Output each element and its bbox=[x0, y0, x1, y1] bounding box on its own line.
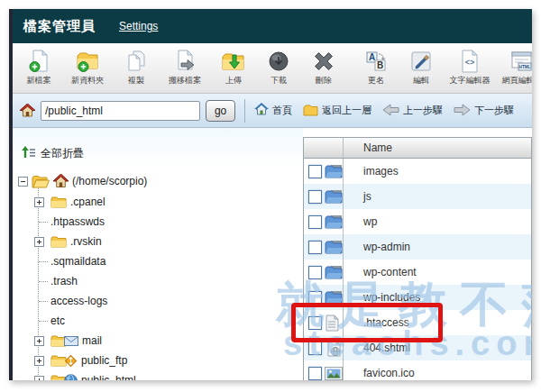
file-name[interactable]: js bbox=[344, 190, 531, 203]
svg-text:<>: <> bbox=[465, 58, 475, 67]
row-checkbox[interactable] bbox=[308, 266, 322, 279]
new-folder-button[interactable]: 新資料夾 bbox=[61, 46, 114, 91]
tree-connector bbox=[39, 301, 48, 302]
tree-item-public-ftp[interactable]: public_ftp bbox=[34, 351, 303, 370]
tree-item-access-logs[interactable]: access-logs bbox=[34, 291, 303, 311]
file-row-404-shtml[interactable]: 404.shtml bbox=[304, 335, 531, 360]
expand-plus-icon[interactable] bbox=[34, 376, 44, 380]
toolbar-label: 網頁編輯器 bbox=[502, 75, 533, 87]
edit-button[interactable]: 編輯 bbox=[399, 46, 444, 91]
file-name[interactable]: images bbox=[344, 165, 531, 178]
tree-item-mail[interactable]: mail bbox=[34, 331, 303, 351]
folder-icon bbox=[325, 214, 344, 229]
toolbar-label: 新資料夾 bbox=[71, 75, 104, 87]
expand-plus-icon[interactable] bbox=[34, 237, 44, 247]
expand-plus-icon[interactable] bbox=[34, 336, 44, 346]
file-name[interactable]: favicon.ico bbox=[344, 367, 531, 379]
file-name[interactable]: wp-includes bbox=[344, 291, 531, 304]
file-row-wp-admin[interactable]: wp-admin bbox=[304, 234, 531, 260]
file-row-htaccess[interactable]: .htaccess bbox=[304, 310, 531, 335]
tree-item-label: mail bbox=[82, 334, 102, 347]
upload-button[interactable]: 上傳 bbox=[211, 46, 256, 91]
forward-arrow-icon bbox=[454, 104, 471, 118]
row-checkbox[interactable] bbox=[308, 291, 322, 305]
rename-icon: AB bbox=[364, 50, 388, 73]
html-editor-button[interactable]: HTML 網頁編輯器 bbox=[496, 46, 532, 91]
file-row-wp[interactable]: wp bbox=[304, 209, 531, 234]
file-name[interactable]: .htaccess bbox=[344, 316, 531, 329]
delete-button[interactable]: 刪除 bbox=[301, 46, 346, 91]
folder-icon bbox=[325, 164, 344, 178]
mail-icon bbox=[64, 336, 78, 346]
code-editor-button[interactable]: <> 文字編輯器 bbox=[444, 46, 496, 91]
nav-home-label: 首頁 bbox=[272, 104, 292, 117]
file-row-js[interactable]: js bbox=[304, 184, 531, 209]
tree-root-home[interactable]: (/home/scorpio) bbox=[18, 170, 303, 192]
settings-link[interactable]: Settings bbox=[119, 20, 158, 32]
tree-connector bbox=[39, 281, 48, 282]
new-file-button[interactable]: 新檔案 bbox=[16, 46, 61, 91]
nav-home[interactable]: 首頁 bbox=[254, 103, 292, 118]
toolbar-label: 文字編輯器 bbox=[450, 75, 491, 87]
path-input[interactable] bbox=[41, 101, 200, 121]
file-name[interactable]: wp bbox=[344, 215, 531, 228]
go-button[interactable]: go bbox=[206, 100, 235, 122]
tree-item-trash[interactable]: .trash bbox=[34, 271, 303, 291]
tree-item-label: .rvskin bbox=[70, 235, 102, 248]
nav-up-level[interactable]: 返回上一層 bbox=[303, 104, 371, 118]
collapse-all-button[interactable]: 全部折疊 bbox=[22, 146, 303, 161]
file-row-wp-includes[interactable]: wp-includes bbox=[304, 285, 531, 310]
row-checkbox[interactable] bbox=[308, 165, 322, 178]
nav-forward-label: 下一步驟 bbox=[474, 104, 514, 117]
nav-back-label: 上一步驟 bbox=[403, 104, 443, 117]
tree-item-label: .cpanel bbox=[70, 196, 105, 208]
folder-icon bbox=[325, 189, 344, 204]
row-checkbox[interactable] bbox=[308, 316, 322, 330]
row-checkbox[interactable] bbox=[308, 367, 322, 380]
row-checkbox[interactable] bbox=[308, 241, 322, 254]
tree-item-etc[interactable]: etc bbox=[34, 311, 303, 331]
home-icon bbox=[20, 104, 35, 118]
back-arrow-icon bbox=[382, 104, 399, 118]
copy-button[interactable]: 複製 bbox=[114, 46, 159, 91]
download-button[interactable]: 下載 bbox=[256, 46, 301, 91]
collapse-all-icon bbox=[22, 146, 35, 161]
row-checkbox[interactable] bbox=[308, 215, 322, 229]
collapse-all-label: 全部折疊 bbox=[41, 146, 84, 161]
new-folder-icon bbox=[76, 50, 99, 73]
tree-item-rvskin[interactable]: .rvskin bbox=[34, 232, 303, 251]
file-name[interactable]: wp-content bbox=[344, 266, 531, 278]
expand-plus-icon[interactable] bbox=[34, 356, 44, 366]
tree-item-htpasswds[interactable]: .htpasswds bbox=[34, 212, 303, 232]
directory-tree-panel: 全部折疊 (/home/scorpio) .cpanel bbox=[13, 128, 303, 380]
file-row-wp-content[interactable]: wp-content bbox=[304, 260, 531, 285]
ftp-icon bbox=[64, 354, 78, 368]
html-editor-icon: HTML bbox=[510, 50, 532, 73]
folder-icon bbox=[325, 265, 344, 279]
up-level-icon bbox=[303, 104, 318, 118]
toolbar-label: 刪除 bbox=[316, 75, 332, 87]
folder-icon bbox=[325, 290, 344, 305]
tree-item-sqmaildata[interactable]: .sqmaildata bbox=[34, 251, 303, 271]
row-checkbox[interactable] bbox=[308, 342, 322, 355]
tree-item-label: public_html bbox=[81, 374, 136, 380]
image-file-icon bbox=[325, 367, 343, 380]
move-file-icon bbox=[173, 50, 197, 73]
nav-forward[interactable]: 下一步驟 bbox=[454, 104, 514, 118]
svg-text:B: B bbox=[377, 60, 383, 70]
edit-icon bbox=[409, 50, 433, 73]
rename-button[interactable]: AB 更名 bbox=[353, 46, 399, 91]
file-row-favicon[interactable]: favicon.ico bbox=[304, 360, 531, 380]
file-name[interactable]: wp-admin bbox=[344, 241, 531, 253]
name-column-header[interactable]: Name bbox=[344, 141, 531, 154]
file-name[interactable]: 404.shtml bbox=[344, 342, 531, 354]
tree-item-public-html[interactable]: public_html bbox=[34, 370, 303, 380]
nav-back[interactable]: 上一步驟 bbox=[382, 104, 443, 118]
file-row-images[interactable]: images bbox=[304, 159, 531, 184]
collapse-minus-icon[interactable] bbox=[18, 177, 28, 187]
tree-connector bbox=[39, 261, 48, 262]
expand-plus-icon[interactable] bbox=[34, 197, 44, 207]
row-checkbox[interactable] bbox=[308, 190, 322, 204]
tree-item-cpanel[interactable]: .cpanel bbox=[34, 192, 303, 212]
move-file-button[interactable]: 搬移檔案 bbox=[159, 46, 211, 91]
